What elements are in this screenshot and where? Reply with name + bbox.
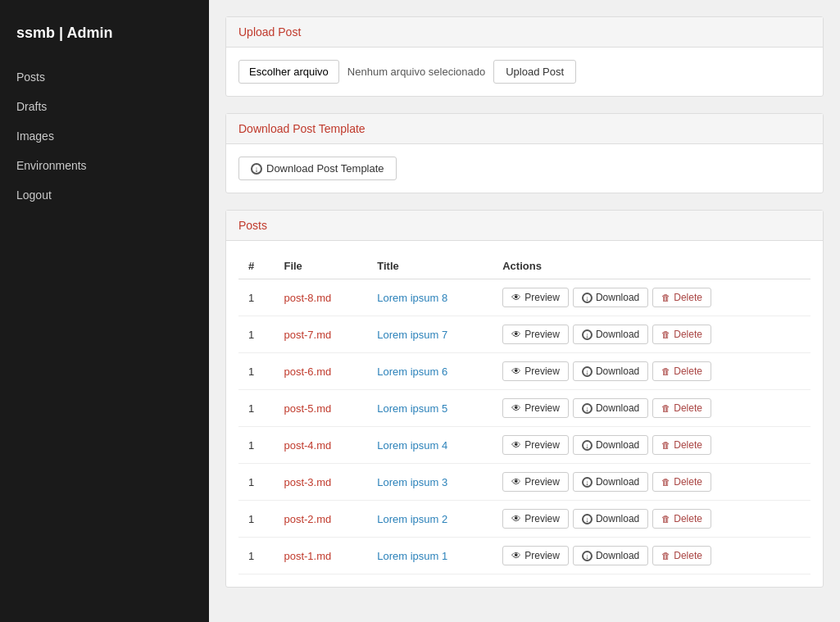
preview-button[interactable]: 👁 Preview xyxy=(502,325,569,344)
upload-row: Escolher arquivo Nenhum arquivo selecion… xyxy=(238,60,810,84)
download-icon: ↓ xyxy=(582,403,593,414)
download-template-panel: Download Post Template ↓ Download Post T… xyxy=(225,113,824,193)
download-template-header: Download Post Template xyxy=(226,114,823,144)
delete-button[interactable]: 🗑 Delete xyxy=(652,288,711,307)
file-link[interactable]: post-2.md xyxy=(284,513,331,525)
download-button[interactable]: ↓ Download xyxy=(573,361,648,381)
cell-actions: 👁 Preview↓ Download🗑 Delete xyxy=(493,390,810,427)
cell-actions: 👁 Preview↓ Download🗑 Delete xyxy=(493,538,810,574)
preview-button[interactable]: 👁 Preview xyxy=(502,288,569,307)
download-button[interactable]: ↓ Download xyxy=(573,288,648,307)
delete-button[interactable]: 🗑 Delete xyxy=(652,398,711,418)
file-placeholder-label: Nenhum arquivo selecionado xyxy=(347,66,485,78)
sidebar-link-environments[interactable]: Environments xyxy=(0,151,209,180)
delete-button[interactable]: 🗑 Delete xyxy=(652,361,711,381)
title-link[interactable]: Lorem ipsum 8 xyxy=(377,292,447,304)
file-link[interactable]: post-5.md xyxy=(284,402,331,415)
download-button[interactable]: ↓ Download xyxy=(573,325,648,344)
sidebar-brand: ssmb | Admin xyxy=(0,16,209,62)
action-buttons: 👁 Preview↓ Download🗑 Delete xyxy=(502,509,801,529)
sidebar-link-logout[interactable]: Logout xyxy=(0,180,209,210)
upload-post-header: Upload Post xyxy=(226,17,823,48)
choose-file-button[interactable]: Escolher arquivo xyxy=(238,60,339,84)
cell-title: Lorem ipsum 6 xyxy=(367,353,493,390)
delete-button[interactable]: 🗑 Delete xyxy=(652,472,711,492)
table-row: 1post-6.mdLorem ipsum 6👁 Preview↓ Downlo… xyxy=(238,353,810,390)
eye-icon: 👁 xyxy=(511,550,521,561)
table-row: 1post-1.mdLorem ipsum 1👁 Preview↓ Downlo… xyxy=(238,538,810,574)
title-link[interactable]: Lorem ipsum 6 xyxy=(377,365,447,378)
delete-button[interactable]: 🗑 Delete xyxy=(652,546,711,565)
file-link[interactable]: post-8.md xyxy=(284,292,331,304)
download-icon: ↓ xyxy=(582,551,593,561)
preview-button[interactable]: 👁 Preview xyxy=(502,435,569,455)
delete-button[interactable]: 🗑 Delete xyxy=(652,509,711,529)
cell-num: 1 xyxy=(238,279,274,316)
sidebar-link-posts[interactable]: Posts xyxy=(0,62,209,92)
sidebar: ssmb | Admin PostsDraftsImagesEnvironmen… xyxy=(0,0,209,622)
action-buttons: 👁 Preview↓ Download🗑 Delete xyxy=(502,472,801,492)
sidebar-item-images: Images xyxy=(0,121,209,151)
sidebar-item-environments: Environments xyxy=(0,151,209,180)
eye-icon: 👁 xyxy=(511,476,521,488)
sidebar-link-images[interactable]: Images xyxy=(0,121,209,151)
preview-button[interactable]: 👁 Preview xyxy=(502,546,569,565)
cell-actions: 👁 Preview↓ Download🗑 Delete xyxy=(493,427,810,464)
eye-icon: 👁 xyxy=(511,439,521,451)
col-num: # xyxy=(238,253,274,279)
file-link[interactable]: post-4.md xyxy=(284,439,331,452)
col-file: File xyxy=(274,253,367,279)
preview-button[interactable]: 👁 Preview xyxy=(502,472,569,492)
cell-file: post-1.md xyxy=(274,538,367,574)
delete-button[interactable]: 🗑 Delete xyxy=(652,435,711,455)
action-buttons: 👁 Preview↓ Download🗑 Delete xyxy=(502,435,801,455)
download-icon: ↓ xyxy=(582,514,593,524)
sidebar-link-drafts[interactable]: Drafts xyxy=(0,92,209,121)
cell-num: 1 xyxy=(238,316,274,353)
sidebar-item-posts: Posts xyxy=(0,62,209,92)
cell-actions: 👁 Preview↓ Download🗑 Delete xyxy=(493,501,810,538)
cell-actions: 👁 Preview↓ Download🗑 Delete xyxy=(493,464,810,501)
cell-num: 1 xyxy=(238,427,274,464)
eye-icon: 👁 xyxy=(511,292,521,303)
posts-panel-header: Posts xyxy=(226,211,823,241)
table-header-row: # File Title Actions xyxy=(238,253,810,279)
cell-file: post-4.md xyxy=(274,427,367,464)
download-icon: ↓ xyxy=(582,329,593,340)
file-link[interactable]: post-1.md xyxy=(284,550,331,562)
download-button[interactable]: ↓ Download xyxy=(573,509,648,529)
download-button[interactable]: ↓ Download xyxy=(573,546,648,565)
posts-panel-body: # File Title Actions 1post-8.mdLorem ips… xyxy=(226,241,823,587)
title-link[interactable]: Lorem ipsum 1 xyxy=(377,550,447,562)
file-link[interactable]: post-3.md xyxy=(284,476,331,488)
trash-icon: 🗑 xyxy=(661,551,670,561)
title-link[interactable]: Lorem ipsum 5 xyxy=(377,402,447,415)
preview-button[interactable]: 👁 Preview xyxy=(502,361,569,381)
table-row: 1post-5.mdLorem ipsum 5👁 Preview↓ Downlo… xyxy=(238,390,810,427)
title-link[interactable]: Lorem ipsum 7 xyxy=(377,329,447,341)
download-button[interactable]: ↓ Download xyxy=(573,398,648,418)
preview-button[interactable]: 👁 Preview xyxy=(502,509,569,529)
upload-post-button[interactable]: Upload Post xyxy=(493,60,576,84)
trash-icon: 🗑 xyxy=(661,477,670,487)
file-link[interactable]: post-7.md xyxy=(284,329,331,341)
sidebar-item-drafts: Drafts xyxy=(0,92,209,121)
download-button[interactable]: ↓ Download xyxy=(573,435,648,455)
file-link[interactable]: post-6.md xyxy=(284,365,331,378)
cell-num: 1 xyxy=(238,390,274,427)
cell-actions: 👁 Preview↓ Download🗑 Delete xyxy=(493,316,810,353)
title-link[interactable]: Lorem ipsum 2 xyxy=(377,513,447,525)
cell-file: post-3.md xyxy=(274,464,367,501)
preview-button[interactable]: 👁 Preview xyxy=(502,398,569,418)
download-template-button[interactable]: ↓ Download Post Template xyxy=(238,157,397,180)
title-link[interactable]: Lorem ipsum 3 xyxy=(377,476,447,488)
cell-title: Lorem ipsum 2 xyxy=(367,501,493,538)
eye-icon: 👁 xyxy=(511,329,521,340)
trash-icon: 🗑 xyxy=(661,293,670,302)
download-button[interactable]: ↓ Download xyxy=(573,472,648,492)
upload-post-panel: Upload Post Escolher arquivo Nenhum arqu… xyxy=(225,16,824,97)
title-link[interactable]: Lorem ipsum 4 xyxy=(377,439,447,452)
download-template-body: ↓ Download Post Template xyxy=(226,144,823,193)
posts-panel: Posts # File Title Actions 1post-8.mdLor… xyxy=(225,210,824,588)
delete-button[interactable]: 🗑 Delete xyxy=(652,325,711,344)
